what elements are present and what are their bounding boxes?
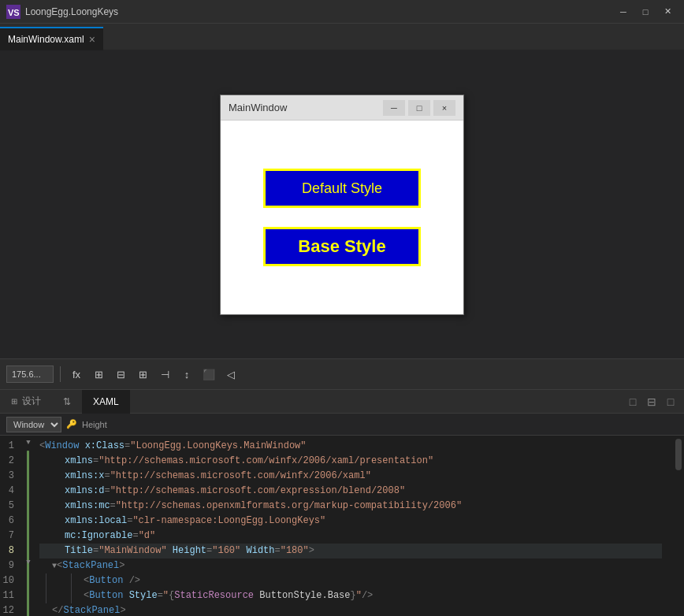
scrollbar-thumb[interactable]	[675, 439, 682, 470]
line-num-2: 2	[0, 454, 17, 469]
code-line-6: xmlns:local = "clr-namespace:LoongEgg.Lo…	[39, 514, 662, 529]
line-num-1: 1	[0, 439, 17, 454]
design-tab-icon: ⊞	[11, 397, 17, 406]
preview-minimize[interactable]: ─	[383, 100, 405, 116]
maximize-button[interactable]: □	[635, 5, 656, 19]
preview-title: MainWindow	[229, 102, 287, 113]
design-tab-label: 设计	[22, 395, 41, 408]
line-num-5: 5	[0, 499, 17, 514]
line-numbers: 1 2 3 4 5 6 7 8 9 10 11 12 13 14	[0, 436, 24, 616]
vertical-scrollbar[interactable]	[673, 436, 684, 616]
code-content[interactable]: <Window x:Class = "LoongEgg.LoongKeys.Ma…	[33, 436, 662, 616]
collapse-btn-9[interactable]: ▼	[24, 555, 33, 570]
code-line-4: xmlns:d = "http://schemas.microsoft.com/…	[39, 484, 662, 499]
move-icon-btn[interactable]: ↕	[177, 365, 196, 384]
swap-icon-btn[interactable]: ⇅	[52, 390, 82, 414]
element-selector[interactable]: Window	[6, 417, 61, 432]
line-num-11: 11	[0, 588, 17, 603]
property-name: Height	[82, 420, 107, 429]
snap-icon-btn[interactable]: ⊟	[111, 365, 130, 384]
formula-button[interactable]: fx	[67, 365, 86, 384]
collapse-btn-1[interactable]: ▼	[24, 436, 33, 451]
xaml-tab-label: XAML	[93, 396, 119, 407]
code-line-12: </ StackPanel >	[39, 603, 662, 616]
pan-icon-btn[interactable]: ◁	[221, 365, 240, 384]
code-line-10: < Button />	[39, 573, 662, 588]
editor-tab-row: ⊞ 设计 ⇅ XAML □ ⊟ □	[0, 390, 684, 414]
preview-content: Default Style Base Style	[221, 121, 463, 314]
preview-title-bar: MainWindow ─ □ ×	[221, 95, 463, 121]
minimize-button[interactable]: ─	[613, 5, 634, 19]
window-controls: ─ □ ✕	[613, 5, 678, 19]
align-icon-btn[interactable]: ⊣	[155, 365, 174, 384]
line-num-3: 3	[0, 469, 17, 484]
preview-close[interactable]: ×	[433, 100, 455, 116]
code-editor: 1 2 3 4 5 6 7 8 9 10 11 12 13 14 ▼ ▼	[0, 436, 684, 616]
lock-icon-btn[interactable]: ⬛	[199, 365, 218, 384]
code-line-7: mc:Ignorable = "d"	[39, 529, 662, 544]
design-area: MainWindow ─ □ × Default Style Base Styl…	[0, 51, 684, 358]
design-toolbar: 175.6... fx ⊞ ⊟ ⊞ ⊣ ↕ ⬛ ◁	[0, 358, 684, 390]
app-icon: VS	[6, 5, 20, 19]
svg-text:VS: VS	[8, 8, 20, 17]
line-num-7: 7	[0, 529, 17, 544]
outlining-margin: ▼ ▼	[24, 436, 33, 616]
code-line-2: xmlns = "http://schemas.microsoft.com/wi…	[39, 454, 662, 469]
preview-controls: ─ □ ×	[383, 100, 455, 116]
green-indicator	[27, 451, 29, 616]
toolbar-separator-1	[60, 366, 61, 382]
code-line-8: Title = "MainWindow" Height = "160" Widt…	[39, 544, 662, 558]
preview-base-style-button[interactable]: Base Style	[263, 227, 421, 266]
expand-editor-btn[interactable]: □	[662, 393, 679, 410]
code-line-1: <Window x:Class = "LoongEgg.LoongKeys.Ma…	[39, 439, 662, 454]
coordinates-display: 175.6...	[6, 366, 54, 383]
code-line-5: xmlns:mc = "http://schemas.openxmlformat…	[39, 499, 662, 514]
split-editor-btn[interactable]: ⊟	[643, 393, 660, 410]
line-num-6: 6	[0, 514, 17, 529]
document-tab-mainwindow[interactable]: MainWindow.xaml ×	[0, 27, 103, 50]
grid2-icon-btn[interactable]: ⊞	[133, 365, 152, 384]
app-title: LoongEgg.LoongKeys	[25, 6, 118, 17]
line-num-10: 10	[0, 573, 17, 588]
property-icon: 🔑	[66, 419, 77, 429]
line-num-9: 9	[0, 558, 17, 573]
grid-icon-btn[interactable]: ⊞	[89, 365, 108, 384]
line-num-12: 12	[0, 603, 17, 616]
preview-window: MainWindow ─ □ × Default Style Base Styl…	[220, 95, 464, 315]
preview-maximize[interactable]: □	[408, 100, 430, 116]
xaml-property-bar: Window 🔑 Height	[0, 414, 684, 436]
collapse-editor-btn[interactable]: □	[624, 393, 641, 410]
design-tab[interactable]: ⊞ 设计	[0, 390, 52, 414]
code-line-11: < Button Style = " { StaticResource Butt…	[39, 588, 662, 603]
tab-label: MainWindow.xaml	[8, 34, 84, 45]
tab-close-icon[interactable]: ×	[89, 34, 95, 45]
line-num-4: 4	[0, 484, 17, 499]
code-line-3: xmlns:x = "http://schemas.microsoft.com/…	[39, 469, 662, 484]
title-bar: VS LoongEgg.LoongKeys ─ □ ✕	[0, 0, 684, 24]
tab-filler	[103, 27, 684, 50]
editor-tab-right-controls: □ ⊟ □	[624, 393, 684, 410]
close-button[interactable]: ✕	[657, 5, 678, 19]
code-line-9: ▼ < StackPanel >	[39, 558, 662, 573]
xaml-tab[interactable]: XAML	[82, 390, 130, 414]
minimap	[662, 436, 673, 616]
line-num-8: 8	[0, 544, 17, 558]
preview-default-style-button[interactable]: Default Style	[263, 169, 421, 208]
document-tab-bar: MainWindow.xaml ×	[0, 24, 684, 51]
